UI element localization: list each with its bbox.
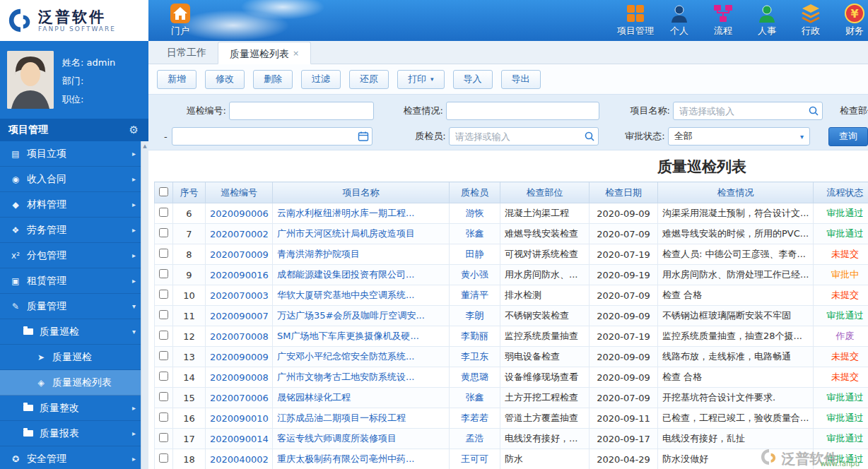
project-name-link[interactable]: 广安邓小平纪念馆安全防范系统... bbox=[277, 351, 414, 362]
row-checkbox[interactable] bbox=[159, 290, 168, 299]
project-name-link[interactable]: 广州市文物考古工地安防系统设... bbox=[277, 372, 414, 382]
inspector-link[interactable]: 李勤丽 bbox=[461, 331, 488, 341]
project-name-link[interactable]: 青海洪湖养护院项目 bbox=[277, 249, 360, 259]
inspection-code-link[interactable]: 2020070009 bbox=[210, 249, 269, 260]
cell-part: 防水 bbox=[500, 449, 590, 469]
tab-daily-work[interactable]: 日常工作 bbox=[156, 41, 218, 64]
inspection-code-link[interactable]: 2020090009 bbox=[210, 352, 269, 362]
inspection-no-input[interactable] bbox=[229, 102, 374, 120]
sidebar-item-quality-report[interactable]: 质量报表 ▸ bbox=[0, 421, 148, 446]
project-name-input[interactable] bbox=[673, 102, 823, 120]
row-checkbox[interactable] bbox=[159, 228, 168, 237]
sidebar-scrollbar[interactable] bbox=[141, 141, 148, 469]
import-button[interactable]: 导入 bbox=[453, 70, 493, 89]
nav-portal[interactable]: 门户 bbox=[160, 3, 201, 37]
query-button[interactable]: 查询 bbox=[828, 127, 868, 146]
project-name-link[interactable]: 重庆太极制药有限公司亳州中药... bbox=[277, 453, 414, 464]
inspection-code-link[interactable]: 2020090007 bbox=[210, 311, 269, 321]
gear-icon[interactable]: ⚙ bbox=[129, 124, 139, 136]
inspector-link[interactable]: 张鑫 bbox=[466, 228, 484, 239]
inspector-input[interactable] bbox=[449, 127, 599, 146]
sidebar-item-quality-management[interactable]: ✎ 质量管理 ▾ bbox=[0, 294, 148, 319]
sidebar-item-quality-inspection-entry[interactable]: ➤ 质量巡检 bbox=[0, 345, 148, 370]
inspector-link[interactable]: 王可可 bbox=[461, 453, 488, 464]
project-name-link[interactable]: SM广场地下车库更换摄像机及硬... bbox=[277, 331, 419, 341]
project-name-link[interactable]: 晟铭园林绿化工程 bbox=[277, 392, 351, 403]
header-nav: 门户 项目管理 个人 流程 bbox=[148, 0, 868, 41]
inspector-link[interactable]: 黄小强 bbox=[461, 269, 488, 280]
row-checkbox[interactable] bbox=[159, 372, 168, 381]
sidebar-item-material-management[interactable]: ◆ 材料管理 ▸ bbox=[0, 192, 148, 218]
row-checkbox[interactable] bbox=[159, 412, 168, 422]
inspector-link[interactable]: 黄思璐 bbox=[461, 372, 488, 382]
nav-finance[interactable]: ¥ 财务 bbox=[834, 3, 868, 37]
project-name-link[interactable]: 万达广场35#会所及咖啡厅空调安... bbox=[277, 310, 425, 321]
add-button[interactable]: 新增 bbox=[157, 70, 197, 89]
restore-button[interactable]: 还原 bbox=[349, 70, 389, 89]
date-input[interactable] bbox=[172, 127, 373, 146]
inspection-code-link[interactable]: 2020040002 bbox=[210, 454, 269, 465]
inspection-code-link[interactable]: 2020070006 bbox=[210, 393, 269, 403]
sidebar-item-quality-inspection-list[interactable]: ◈ 质量巡检列表 bbox=[0, 370, 148, 396]
close-icon[interactable]: × bbox=[293, 49, 299, 58]
select-all-checkbox[interactable] bbox=[159, 187, 168, 196]
row-checkbox[interactable] bbox=[159, 208, 168, 217]
inspector-link[interactable]: 张鑫 bbox=[466, 392, 484, 403]
row-checkbox[interactable] bbox=[159, 310, 168, 319]
row-checkbox[interactable] bbox=[159, 392, 168, 401]
sidebar-item-subcontract-management[interactable]: x² 分包管理 ▸ bbox=[0, 243, 148, 268]
project-name-link[interactable]: 成都能源建设集团投资有限公司... bbox=[277, 269, 414, 280]
sidebar-item-labor-management[interactable]: ❖ 劳务管理 ▸ bbox=[0, 218, 148, 243]
project-name-link[interactable]: 广州市天河区统计局机房改造项目 bbox=[277, 228, 415, 239]
nav-project-management[interactable]: 项目管理 bbox=[615, 3, 656, 37]
filter-button[interactable]: 过滤 bbox=[301, 70, 341, 89]
sidebar-item-revenue-contract[interactable]: ◉ 收入合同 ▸ bbox=[0, 167, 148, 192]
search-icon[interactable] bbox=[584, 131, 595, 142]
inspection-code-link[interactable]: 2020070008 bbox=[210, 331, 269, 342]
row-checkbox[interactable] bbox=[159, 433, 168, 442]
approval-status-select[interactable]: 全部 ▾ bbox=[668, 127, 810, 146]
inspection-code-link[interactable]: 2020090014 bbox=[210, 434, 269, 444]
cell-status: 未提交 bbox=[814, 367, 868, 388]
print-button[interactable]: 打印▾ bbox=[397, 70, 445, 89]
row-checkbox[interactable] bbox=[159, 453, 168, 463]
project-name-link[interactable]: 华软大厦研究基地中央空调系统... bbox=[277, 290, 414, 300]
inspection-code-link[interactable]: 2020070002 bbox=[210, 229, 269, 239]
row-checkbox[interactable] bbox=[159, 269, 168, 278]
row-checkbox[interactable] bbox=[159, 249, 168, 258]
nav-workflow[interactable]: 流程 bbox=[703, 3, 744, 37]
inspector-link[interactable]: 游恢 bbox=[466, 208, 484, 218]
inspection-code-link[interactable]: 2020070003 bbox=[210, 290, 269, 301]
sidebar-item-quality-inspection[interactable]: 质量巡检 ▾ bbox=[0, 319, 148, 345]
row-checkbox[interactable] bbox=[159, 351, 168, 360]
inspector-link[interactable]: 李朗 bbox=[466, 310, 484, 321]
sidebar-item-quality-rectification[interactable]: 质量整改 ▸ bbox=[0, 396, 148, 421]
edit-button[interactable]: 修改 bbox=[205, 70, 245, 89]
sidebar-item-lease-management[interactable]: ▣ 租赁管理 ▸ bbox=[0, 268, 148, 294]
situation-input[interactable] bbox=[446, 102, 599, 120]
inspector-link[interactable]: 田静 bbox=[466, 249, 484, 259]
inspection-code-link[interactable]: 2020090010 bbox=[210, 413, 269, 424]
export-button[interactable]: 导出 bbox=[501, 70, 541, 89]
sidebar-section-header[interactable]: 项目管理 ⚙ bbox=[0, 119, 148, 141]
delete-button[interactable]: 删除 bbox=[253, 70, 293, 89]
inspector-link[interactable]: 李卫东 bbox=[461, 351, 488, 362]
sidebar-item-safety-management[interactable]: ✪ 安全管理 ▸ bbox=[0, 446, 148, 469]
search-icon[interactable] bbox=[808, 105, 819, 117]
inspector-link[interactable]: 孟浩 bbox=[466, 433, 484, 444]
inspection-code-link[interactable]: 2020090008 bbox=[210, 372, 269, 383]
tab-quality-inspection-list[interactable]: 质量巡检列表× bbox=[218, 42, 311, 64]
inspection-code-link[interactable]: 2020090016 bbox=[210, 270, 269, 280]
project-name-link[interactable]: 江苏成品油二期项目一标段工程 bbox=[277, 412, 406, 423]
inspector-link[interactable]: 董清平 bbox=[461, 290, 488, 300]
nav-hr[interactable]: 人事 bbox=[746, 3, 787, 37]
calendar-icon[interactable] bbox=[358, 131, 369, 142]
row-checkbox[interactable] bbox=[159, 331, 168, 340]
inspector-link[interactable]: 李若若 bbox=[461, 412, 488, 423]
nav-admin[interactable]: 行政 bbox=[790, 3, 831, 37]
project-name-link[interactable]: 云南水利枢纽潜明水库一期工程... bbox=[277, 208, 414, 218]
inspection-code-link[interactable]: 2020090006 bbox=[210, 208, 269, 219]
sidebar-item-project-initiation[interactable]: ▤ 项目立项 ▸ bbox=[0, 141, 148, 167]
project-name-link[interactable]: 客运专线六师调度所装修项目 bbox=[277, 433, 397, 444]
nav-personal[interactable]: 个人 bbox=[659, 3, 700, 37]
